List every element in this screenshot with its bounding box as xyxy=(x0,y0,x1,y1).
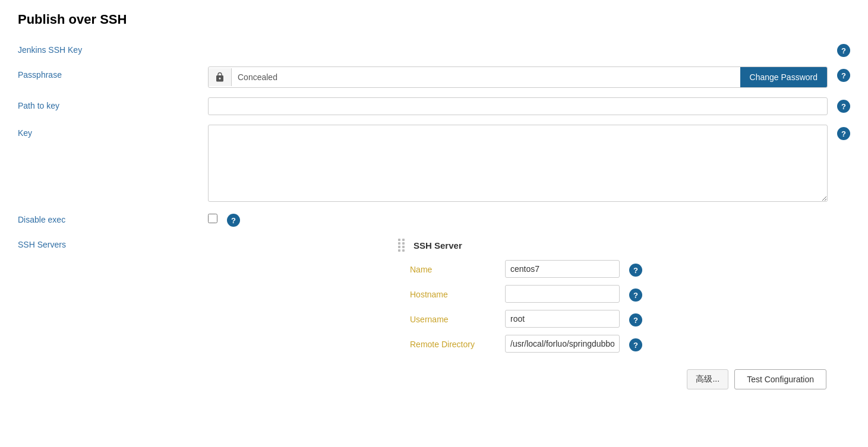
disable-exec-checkbox-wrap xyxy=(208,211,217,223)
key-control: ? xyxy=(208,125,850,202)
jenkins-ssh-key-row: Jenkins SSH Key ? xyxy=(18,42,850,57)
ssh-servers-section: SSH Server Name ? H xyxy=(398,239,642,360)
ssh-server-header: SSH Server xyxy=(398,239,642,252)
server-name-input-wrap: ? xyxy=(505,260,642,278)
passphrase-label: Passphrase xyxy=(18,66,208,80)
disable-exec-help-icon[interactable]: ? xyxy=(227,214,240,227)
server-remote-dir-label: Remote Directory xyxy=(410,338,505,349)
publish-over-ssh-form: Jenkins SSH Key ? Passphrase Concealed C… xyxy=(18,42,850,360)
disable-exec-checkbox[interactable] xyxy=(208,214,217,223)
ssh-servers-row: SSH Servers SSH Server xyxy=(18,236,850,360)
path-to-key-row: Path to key ? xyxy=(18,97,850,115)
key-label: Key xyxy=(18,125,208,138)
server-remote-dir-input-wrap: ? xyxy=(505,335,642,353)
drag-handle-icon[interactable] xyxy=(398,239,405,252)
passphrase-input-wrap: Concealed Change Password xyxy=(208,66,828,88)
key-row: Key ? xyxy=(18,125,850,202)
passphrase-control: Concealed Change Password ? xyxy=(208,66,850,88)
disable-exec-label: Disable exec xyxy=(18,211,208,224)
server-name-row: Name ? xyxy=(410,260,642,278)
passphrase-help-icon[interactable]: ? xyxy=(837,69,850,82)
server-remote-dir-help-icon[interactable]: ? xyxy=(629,338,642,351)
server-name-input[interactable] xyxy=(505,260,620,278)
test-configuration-button[interactable]: Test Configuration xyxy=(734,369,826,389)
server-username-help-icon[interactable]: ? xyxy=(629,313,642,326)
server-hostname-input[interactable] xyxy=(505,285,620,303)
bottom-buttons: 高级... Test Configuration xyxy=(18,369,850,389)
server-username-input[interactable] xyxy=(505,310,620,328)
server-name-help-icon[interactable]: ? xyxy=(629,264,642,277)
page-title: Publish over SSH xyxy=(18,12,850,27)
server-name-label: Name xyxy=(410,264,505,274)
server-username-row: Username ? xyxy=(410,310,642,328)
jenkins-ssh-key-label: Jenkins SSH Key xyxy=(18,42,208,55)
server-hostname-input-wrap: ? xyxy=(505,285,642,303)
passphrase-row: Passphrase Concealed Change Password ? xyxy=(18,66,850,88)
ssh-servers-control: SSH Server Name ? H xyxy=(208,236,850,360)
server-hostname-row: Hostname ? xyxy=(410,285,642,303)
path-to-key-help-icon[interactable]: ? xyxy=(837,100,850,113)
advanced-button[interactable]: 高级... xyxy=(687,369,728,389)
change-password-button[interactable]: Change Password xyxy=(740,67,827,87)
path-to-key-label: Path to key xyxy=(18,97,208,110)
server-hostname-label: Hostname xyxy=(410,289,505,299)
server-remote-dir-row: Remote Directory ? xyxy=(410,335,642,353)
path-to-key-input[interactable] xyxy=(208,97,828,115)
server-fields: Name ? Hostname ? xyxy=(410,260,642,353)
key-help-icon[interactable]: ? xyxy=(837,127,850,140)
server-remote-dir-input[interactable] xyxy=(505,335,620,353)
disable-exec-control: ? xyxy=(208,211,850,227)
key-textarea[interactable] xyxy=(208,125,828,202)
ssh-server-block: SSH Server Name ? H xyxy=(398,239,642,353)
ssh-server-title: SSH Server xyxy=(414,240,462,251)
jenkins-ssh-key-help-icon[interactable]: ? xyxy=(837,44,850,57)
passphrase-concealed-text: Concealed xyxy=(232,69,740,85)
server-username-label: Username xyxy=(410,313,505,324)
disable-exec-row: Disable exec ? xyxy=(18,211,850,227)
jenkins-ssh-key-control: ? xyxy=(208,42,850,57)
ssh-servers-label: SSH Servers xyxy=(18,236,208,249)
server-username-input-wrap: ? xyxy=(505,310,642,328)
path-to-key-control: ? xyxy=(208,97,850,115)
lock-icon xyxy=(209,68,232,86)
server-hostname-help-icon[interactable]: ? xyxy=(629,289,642,302)
